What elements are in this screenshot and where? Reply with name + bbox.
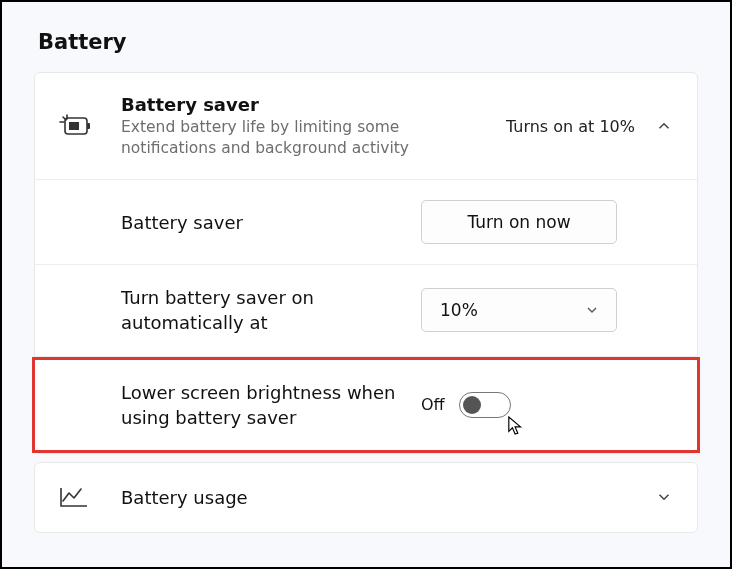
battery-saver-text: Battery saver Extend battery life by lim… — [121, 93, 506, 159]
battery-saver-status: Turns on at 10% — [506, 117, 635, 136]
auto-on-label: Turn battery saver on automatically at — [121, 285, 421, 335]
battery-panel: Battery Battery saver Extend battery lif… — [2, 2, 730, 533]
lower-brightness-toggle[interactable] — [459, 392, 511, 418]
turn-on-now-button[interactable]: Turn on now — [421, 200, 617, 244]
section-title: Battery — [38, 30, 698, 54]
battery-usage-label: Battery usage — [121, 485, 655, 510]
toggle-knob — [463, 396, 481, 414]
battery-saver-header[interactable]: Battery saver Extend battery life by lim… — [35, 73, 697, 180]
battery-saver-title: Battery saver — [121, 93, 506, 117]
battery-saver-description: Extend battery life by limiting some not… — [121, 117, 431, 159]
battery-saver-toggle-label: Battery saver — [121, 210, 421, 235]
battery-usage-icon — [59, 485, 121, 509]
cursor-icon — [507, 416, 525, 436]
lower-brightness-row: Lower screen brightness when using batte… — [32, 357, 700, 453]
battery-saver-group: Battery saver Extend battery life by lim… — [34, 72, 698, 454]
lower-brightness-state: Off — [421, 395, 445, 414]
auto-on-row: Turn battery saver on automatically at 1… — [35, 265, 697, 356]
battery-usage-row[interactable]: Battery usage — [34, 462, 698, 533]
lower-brightness-label: Lower screen brightness when using batte… — [121, 380, 421, 430]
battery-saver-toggle-row: Battery saver Turn on now — [35, 180, 697, 265]
battery-saver-icon — [59, 114, 121, 138]
chevron-down-icon — [584, 302, 600, 318]
svg-rect-1 — [87, 123, 90, 129]
auto-on-select[interactable]: 10% — [421, 288, 617, 332]
auto-on-value: 10% — [440, 300, 478, 320]
chevron-down-icon — [655, 488, 673, 506]
chevron-up-icon — [655, 117, 673, 135]
